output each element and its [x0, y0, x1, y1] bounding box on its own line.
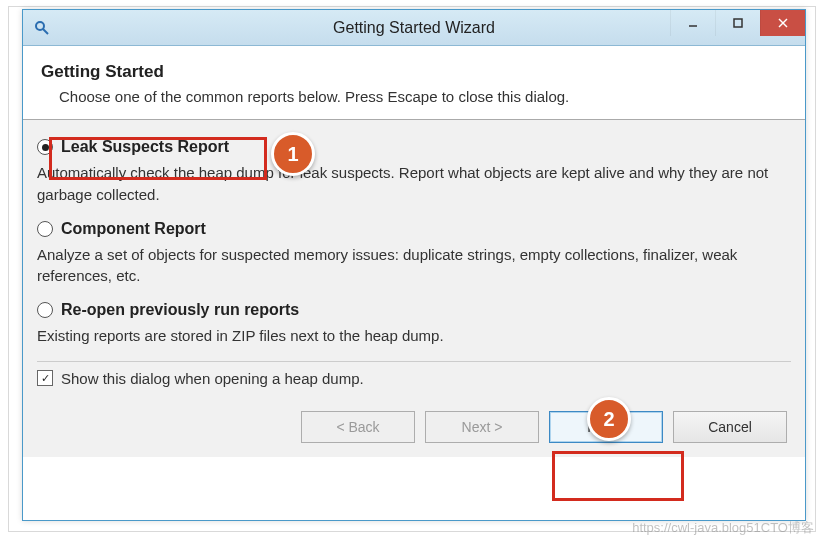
- svg-line-1: [43, 29, 48, 34]
- dialog-window: Getting Started Wizard Getting Started C…: [22, 9, 806, 521]
- radio-label: Leak Suspects Report: [61, 138, 229, 156]
- radio-icon[interactable]: [37, 221, 53, 237]
- page-title: Getting Started: [41, 62, 787, 82]
- minimize-button[interactable]: [670, 10, 715, 36]
- watermark: https://cwl-java.blog51CTO博客: [632, 519, 814, 537]
- back-button[interactable]: < Back: [301, 411, 415, 443]
- checkbox-label: Show this dialog when opening a heap dum…: [61, 370, 364, 387]
- option-component-report[interactable]: Component Report Analyze a set of object…: [37, 220, 791, 288]
- option-reopen-reports[interactable]: Re-open previously run reports Existing …: [37, 301, 791, 347]
- svg-point-0: [36, 22, 44, 30]
- option-desc: Analyze a set of objects for suspected m…: [37, 244, 791, 288]
- header-region: Getting Started Choose one of the common…: [23, 46, 805, 119]
- option-desc: Automatically check the heap dump for le…: [37, 162, 791, 206]
- close-button[interactable]: [760, 10, 805, 36]
- titlebar: Getting Started Wizard: [23, 10, 805, 46]
- window-controls: [670, 10, 805, 36]
- page-subtitle: Choose one of the common reports below. …: [59, 88, 787, 105]
- svg-rect-3: [734, 19, 742, 27]
- annotation-badge-1: 1: [271, 132, 315, 176]
- option-desc: Existing reports are stored in ZIP files…: [37, 325, 791, 347]
- next-button[interactable]: Next >: [425, 411, 539, 443]
- app-icon: [33, 19, 51, 37]
- window-title: Getting Started Wizard: [333, 19, 495, 37]
- option-leak-suspects[interactable]: Leak Suspects Report Automatically check…: [37, 138, 791, 206]
- cancel-button[interactable]: Cancel: [673, 411, 787, 443]
- maximize-button[interactable]: [715, 10, 760, 36]
- radio-icon[interactable]: [37, 302, 53, 318]
- checkbox-icon[interactable]: ✓: [37, 370, 53, 386]
- button-row: < Back Next > Finish Cancel: [23, 393, 805, 457]
- annotation-badge-2: 2: [587, 397, 631, 441]
- radio-icon[interactable]: [37, 139, 53, 155]
- radio-label: Component Report: [61, 220, 206, 238]
- options-region: Leak Suspects Report Automatically check…: [23, 119, 805, 393]
- annotation-highlight-2: [552, 451, 684, 501]
- outer-frame: Getting Started Wizard Getting Started C…: [8, 6, 816, 532]
- show-dialog-checkbox-row[interactable]: ✓ Show this dialog when opening a heap d…: [37, 361, 791, 387]
- radio-label: Re-open previously run reports: [61, 301, 299, 319]
